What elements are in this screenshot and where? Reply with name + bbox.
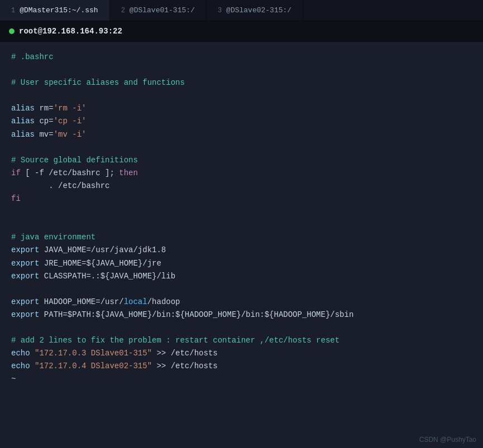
line-jre-home: export JRE_HOME=${JAVA_HOME}/jre	[11, 257, 472, 270]
tab-3-label: @DSlave02-315:/	[226, 6, 291, 15]
line-fix-comment: # add 2 lines to fix the problem : resta…	[11, 334, 472, 347]
line-empty-4	[11, 205, 472, 218]
tab-bar: 1 @DMaster315:~/.ssh 2 @DSlave01-315:/ 3…	[0, 0, 483, 21]
line-alias-mv: alias mv='mv -i'	[11, 128, 472, 141]
line-echo-slave01: echo "172.17.0.3 DSlave01-315" >> /etc/h…	[11, 347, 472, 360]
line-alias-rm: alias rm='rm -i'	[11, 102, 472, 115]
connection-status-dot	[9, 28, 15, 34]
session-label: root@192.168.164.93:22	[19, 27, 122, 36]
line-empty-6	[11, 283, 472, 296]
watermark: CSDN @PushyTao	[419, 436, 476, 444]
line-user-comment: # User specific aliases and functions	[11, 76, 472, 89]
line-empty-7	[11, 321, 472, 334]
line-alias-cp: alias cp='cp -i'	[11, 115, 472, 128]
tab-2-number: 2	[121, 7, 125, 15]
line-dot-source: . /etc/bashrc	[11, 180, 472, 192]
line-tilde: ~	[11, 373, 472, 386]
line-empty-3	[11, 141, 472, 154]
tab-2-label: @DSlave01-315:/	[130, 6, 195, 15]
line-classpath: export CLASSPATH=.:${JAVA_HOME}/lib	[11, 270, 472, 283]
line-empty-5	[11, 218, 472, 231]
line-empty-1	[11, 64, 472, 76]
tab-2[interactable]: 2 @DSlave01-315:/	[110, 0, 207, 21]
line-fi: fi	[11, 192, 472, 205]
tab-1-label: @DMaster315:~/.ssh	[20, 6, 98, 15]
tab-1-number: 1	[11, 7, 15, 15]
terminal-content: # .bashrc # User specific aliases and fu…	[0, 42, 483, 394]
line-bashrc-comment: # .bashrc	[11, 51, 472, 64]
tab-3[interactable]: 3 @DSlave02-315:/	[207, 0, 303, 21]
tab-1[interactable]: 1 @DMaster315:~/.ssh	[0, 0, 110, 21]
line-echo-slave02: echo "172.17.0.4 DSlave02-315" >> /etc/h…	[11, 360, 472, 373]
line-empty-2	[11, 89, 472, 102]
tab-3-number: 3	[218, 7, 222, 15]
line-hadoop-home: export HADOOP_HOME=/usr/local/hadoop	[11, 296, 472, 309]
line-source-comment: # Source global definitions	[11, 154, 472, 167]
line-if: if [ -f /etc/bashrc ]; then	[11, 167, 472, 180]
line-path: export PATH=$PATH:${JAVA_HOME}/bin:${HAD…	[11, 309, 472, 321]
session-bar: root@192.168.164.93:22	[0, 21, 483, 42]
line-java-home: export JAVA_HOME=/usr/java/jdk1.8	[11, 244, 472, 257]
line-java-comment: # java environment	[11, 231, 472, 244]
